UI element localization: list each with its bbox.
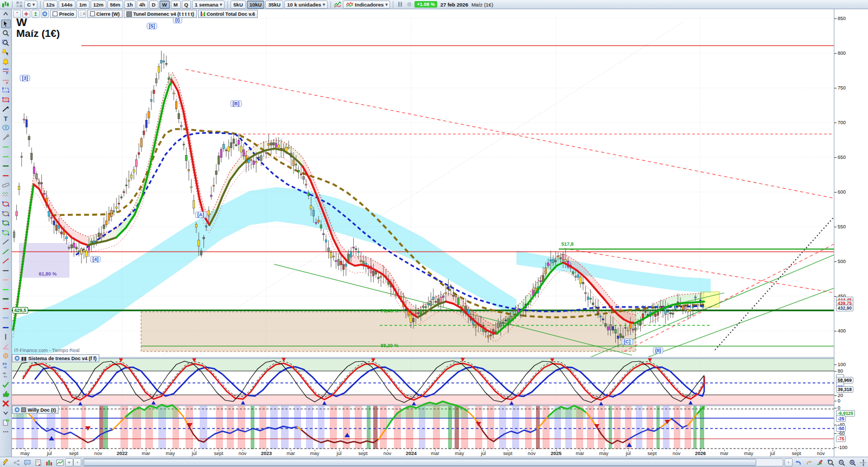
- layer-tab-4[interactable]: Control Total Doc v.6: [198, 10, 258, 18]
- indicators-dropdown[interactable]: Indicadores: [343, 1, 390, 9]
- symbol-selector[interactable]: C: [24, 1, 37, 9]
- chart-scrollbar[interactable]: [82, 458, 783, 466]
- tool-x-red-icon[interactable]: [1, 399, 11, 408]
- close-panel-icon[interactable]: ✕: [15, 356, 20, 361]
- timeframe-button-d[interactable]: D: [149, 1, 158, 9]
- tool-hline-lightblue-icon[interactable]: [1, 314, 11, 322]
- tool-vline-icon[interactable]: [1, 332, 11, 341]
- comment-icon[interactable]: ...: [22, 458, 33, 467]
- tool-pattern-waves-icon[interactable]: [1, 190, 11, 199]
- period-dropdown[interactable]: 1 semana: [192, 1, 225, 9]
- tool-diag-red-icon[interactable]: [1, 257, 11, 265]
- timeframe-button-12s[interactable]: 12s: [43, 1, 58, 9]
- close-panel-icon[interactable]: ✕: [15, 407, 20, 412]
- unit-button-35ku[interactable]: 35kU: [265, 1, 283, 9]
- layer-tab-3[interactable]: Tunel Domenec v4 (t t t t t): [124, 10, 197, 18]
- tool-ellipse-red-icon[interactable]: [1, 200, 11, 208]
- panel-header-sistema[interactable]: ✕▮▮Sistema de trenes Doc v4 (f f): [12, 354, 99, 362]
- tool-scatter-letters-icon[interactable]: +bc+: [1, 370, 11, 379]
- timeframe-button-1m[interactable]: 1m: [76, 1, 90, 9]
- volume-bars-icon[interactable]: [43, 458, 54, 467]
- add-layer-button[interactable]: ✛: [22, 10, 30, 18]
- unit-button-5ku[interactable]: 5kU: [231, 1, 245, 9]
- tool-ellipse-green-icon[interactable]: [1, 219, 11, 227]
- scroll-right-button[interactable]: ›: [784, 458, 793, 466]
- zoom-in-icon[interactable]: [847, 458, 858, 467]
- edit-pencil-icon[interactable]: [0, 458, 11, 467]
- chart-type-icon[interactable]: [334, 1, 342, 8]
- layout-grid-icon[interactable]: [15, 1, 23, 8]
- tool-fib-tool-icon[interactable]: F: [1, 67, 11, 75]
- move-up-button[interactable]: ↥: [31, 10, 40, 18]
- timeframe-button-m[interactable]: M: [171, 1, 181, 9]
- scrollbar-thumb[interactable]: [84, 459, 756, 466]
- undo-icon[interactable]: [793, 458, 803, 467]
- time-axis[interactable]: mayjulseptnov2022marmayjulseptnov2023mar…: [0, 450, 868, 457]
- tool-diag-gray-icon[interactable]: [1, 238, 11, 246]
- tool-zoom-area-icon[interactable]: [1, 39, 11, 47]
- redo-icon[interactable]: [803, 458, 814, 467]
- panel-header-willy[interactable]: ✕Willy Doc (t): [12, 406, 59, 414]
- tool-rect-blue-icon[interactable]: [1, 86, 11, 94]
- tool-ellipse-lime-icon[interactable]: [1, 228, 11, 237]
- tool-fib-fan-icon[interactable]: F: [1, 76, 11, 85]
- layer-list-button[interactable]: ⋮≡: [78, 10, 86, 18]
- tool-anchor-segment-icon[interactable]: [1, 133, 11, 142]
- tool-alert-pointer-icon[interactable]: [1, 48, 11, 56]
- tool-hline-black-icon[interactable]: [1, 266, 11, 275]
- tool-clipboard-one-icon[interactable]: 1: [1, 418, 11, 427]
- collapse-toolbar-button[interactable]: ⌃: [13, 10, 21, 18]
- tool-more-dots-icon[interactable]: [1, 427, 11, 436]
- tool-rect-red-icon[interactable]: [1, 95, 11, 104]
- tool-check-green-icon[interactable]: [1, 380, 11, 389]
- tool-hline-darkgreen-icon[interactable]: [1, 295, 11, 303]
- tool-angle-tool-icon[interactable]: º: [1, 342, 11, 351]
- timeframe-button-w[interactable]: W: [159, 1, 170, 9]
- price-axis[interactable]: 850800750700650600550500450400444,45439,…: [834, 9, 868, 457]
- tool-scatter-numbers-icon[interactable]: 3²4+1: [1, 361, 11, 370]
- tool-chevron-down-icon[interactable]: [1, 408, 11, 417]
- pause-icon[interactable]: [396, 1, 404, 8]
- close-layer-button[interactable]: ✕: [41, 10, 49, 18]
- move-tool-icon[interactable]: [858, 458, 868, 467]
- tool-thumbs-up-icon[interactable]: [1, 389, 11, 398]
- tool-hline-brightgreen-icon[interactable]: [1, 285, 11, 294]
- chart-canvas[interactable]: [12, 9, 834, 457]
- tool-hline-salmon-icon[interactable]: [1, 276, 11, 284]
- unit-button-10ku[interactable]: 10kU: [247, 1, 265, 9]
- tool-hline-lightgreen-1-icon[interactable]: [1, 143, 11, 151]
- zoom-pencil-icon[interactable]: [814, 458, 825, 467]
- zoom-out-icon[interactable]: [836, 458, 847, 467]
- tool-hline-lightgreen-2-icon[interactable]: [1, 152, 11, 161]
- timeframe-button-144s[interactable]: 144s: [59, 1, 75, 9]
- timeframe-button-q[interactable]: Q: [182, 1, 191, 9]
- tool-trend-arrow-icon[interactable]: [1, 105, 11, 113]
- timeframe-button-4h[interactable]: 4h: [137, 1, 148, 9]
- tool-ruler-icon[interactable]: [1, 181, 11, 189]
- units-dropdown[interactable]: 10 k unidades: [284, 1, 328, 9]
- collapse-left-button[interactable]: «: [65, 458, 73, 466]
- mini-chart-icon[interactable]: [54, 458, 65, 467]
- tool-ellipse-brown-icon[interactable]: [1, 209, 11, 218]
- timeframe-button-56m[interactable]: 56m: [107, 1, 123, 9]
- tool-zoom-icon[interactable]: [1, 29, 11, 37]
- timeframe-button-1h[interactable]: 1h: [124, 1, 136, 9]
- tool-target-tool-icon[interactable]: [1, 351, 11, 360]
- timeframe-button-12m[interactable]: 12m: [91, 1, 106, 9]
- tool-text-tool-icon[interactable]: T: [1, 114, 11, 123]
- scroll-left-button[interactable]: ‹: [73, 458, 81, 466]
- share-icon[interactable]: [11, 458, 22, 467]
- tool-hline-red-small-icon[interactable]: [1, 171, 11, 180]
- tool-hline-red-icon[interactable]: [1, 304, 11, 313]
- tool-cursor-icon[interactable]: [1, 20, 11, 28]
- tool-collapse-up-icon[interactable]: [1, 10, 11, 18]
- notes-icon[interactable]: [33, 458, 43, 467]
- layer-tab-2[interactable]: Cierre (W): [87, 10, 123, 18]
- layer-tab-1[interactable]: Precio: [50, 10, 77, 18]
- tool-hline-green-icon[interactable]: [1, 162, 11, 170]
- tool-hline-blue-icon[interactable]: [1, 323, 11, 332]
- tool-callout-tool-icon[interactable]: T: [1, 124, 11, 132]
- tool-alarm-bell-icon[interactable]: [1, 57, 11, 66]
- record-dot-icon[interactable]: [405, 1, 413, 8]
- tool-diag-green-icon[interactable]: [1, 247, 11, 256]
